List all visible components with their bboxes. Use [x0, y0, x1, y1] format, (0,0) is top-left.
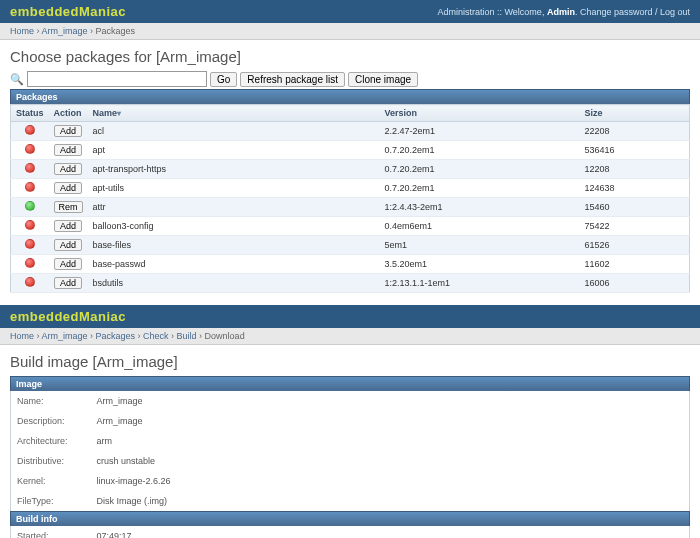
pkg-version: 0.4em6em1: [380, 217, 580, 236]
pkg-name: apt-transport-https: [88, 160, 380, 179]
table-row: Addballoon3-config0.4em6em175422: [11, 217, 690, 236]
add-button[interactable]: Add: [54, 163, 82, 175]
brand-2: embeddedManiac: [10, 309, 126, 324]
build-info-table: Started:07:49:17 Ended:07:49:35 File siz…: [10, 526, 690, 538]
col-size[interactable]: Size: [580, 105, 690, 122]
image-section-title: Image: [10, 376, 690, 391]
add-button[interactable]: Add: [54, 277, 82, 289]
pkg-size: 16006: [580, 274, 690, 293]
pkg-name: balloon3-config: [88, 217, 380, 236]
table-row: Remattr1:2.4.43-2em115460: [11, 198, 690, 217]
breadcrumb-2: Home › Arm_image › Packages › Check › Bu…: [0, 328, 700, 345]
go-button[interactable]: Go: [210, 72, 237, 87]
label-filetype: FileType:: [11, 491, 91, 512]
build-content: Build image [Arm_image] Image Name:Arm_i…: [0, 345, 700, 538]
value-started: 07:49:17: [91, 526, 690, 538]
pkg-size: 75422: [580, 217, 690, 236]
pkg-version: 2.2.47-2em1: [380, 122, 580, 141]
header-bar-2: embeddedManiac: [0, 305, 700, 328]
table-row: Addapt0.7.20.2em1536416: [11, 141, 690, 160]
value-name: Arm_image: [91, 391, 690, 411]
status-dot-icon: [25, 144, 35, 154]
value-arch: arm: [91, 431, 690, 451]
clone-button[interactable]: Clone image: [348, 72, 418, 87]
table-row: Addbase-passwd3.5.20em111602: [11, 255, 690, 274]
pkg-version: 3.5.20em1: [380, 255, 580, 274]
pkg-version: 0.7.20.2em1: [380, 179, 580, 198]
crumb-arm-image[interactable]: Arm_image: [42, 26, 88, 36]
crumb-home[interactable]: Home: [10, 26, 34, 36]
crumb2-home[interactable]: Home: [10, 331, 34, 341]
col-name-label: Name: [93, 108, 118, 118]
pkg-size: 11602: [580, 255, 690, 274]
add-button[interactable]: Add: [54, 258, 82, 270]
add-button[interactable]: Add: [54, 182, 82, 194]
pkg-name: base-passwd: [88, 255, 380, 274]
change-password-link[interactable]: Change password: [580, 7, 653, 17]
pkg-version: 1:2.4.43-2em1: [380, 198, 580, 217]
value-desc: Arm_image: [91, 411, 690, 431]
sort-icon: ▾: [117, 109, 121, 118]
col-name[interactable]: Name▾: [88, 105, 380, 122]
crumb2-arm-image[interactable]: Arm_image: [42, 331, 88, 341]
label-distro: Distributive:: [11, 451, 91, 471]
admin-prefix: Administration ::: [438, 7, 505, 17]
image-info-table: Name:Arm_image Description:Arm_image Arc…: [10, 391, 690, 512]
toolbar: 🔍 Go Refresh package list Clone image: [10, 71, 690, 87]
add-button[interactable]: Add: [54, 220, 82, 232]
brand: embeddedManiac: [10, 4, 126, 19]
admin-user: Admin: [547, 7, 575, 17]
pkg-name: attr: [88, 198, 380, 217]
status-dot-icon: [25, 220, 35, 230]
value-filetype: Disk Image (.img): [91, 491, 690, 512]
col-status[interactable]: Status: [11, 105, 49, 122]
crumb2-check[interactable]: Check: [143, 331, 169, 341]
packages-content: Choose packages for [Arm_image] 🔍 Go Ref…: [0, 40, 700, 305]
status-dot-icon: [25, 182, 35, 192]
pkg-size: 15460: [580, 198, 690, 217]
value-distro: crush unstable: [91, 451, 690, 471]
crumb2-build[interactable]: Build: [177, 331, 197, 341]
table-row: Addapt-utils0.7.20.2em1124638: [11, 179, 690, 198]
pkg-size: 12208: [580, 160, 690, 179]
table-row: Addbase-files5em161526: [11, 236, 690, 255]
table-row: Addacl2.2.47-2em122208: [11, 122, 690, 141]
breadcrumb: Home › Arm_image › Packages: [0, 23, 700, 40]
col-version[interactable]: Version: [380, 105, 580, 122]
pkg-version: 1:2.13.1.1-1em1: [380, 274, 580, 293]
table-row: Addbsdutils1:2.13.1.1-1em116006: [11, 274, 690, 293]
search-input[interactable]: [27, 71, 207, 87]
label-kernel: Kernel:: [11, 471, 91, 491]
pkg-version: 0.7.20.2em1: [380, 160, 580, 179]
refresh-button[interactable]: Refresh package list: [240, 72, 345, 87]
pkg-size: 124638: [580, 179, 690, 198]
search-icon: 🔍: [10, 73, 24, 86]
pkg-version: 5em1: [380, 236, 580, 255]
add-button[interactable]: Add: [54, 125, 82, 137]
table-row: Addapt-transport-https0.7.20.2em112208: [11, 160, 690, 179]
pkg-name: base-files: [88, 236, 380, 255]
pkg-name: apt: [88, 141, 380, 160]
add-button[interactable]: Add: [54, 239, 82, 251]
build-info-section-title: Build info: [10, 511, 690, 526]
packages-table: Status Action Name▾ Version Size Addacl2…: [10, 104, 690, 293]
pkg-version: 0.7.20.2em1: [380, 141, 580, 160]
crumb-packages: Packages: [96, 26, 136, 36]
add-button[interactable]: Add: [54, 144, 82, 156]
crumb2-packages[interactable]: Packages: [96, 331, 136, 341]
status-dot-icon: [25, 163, 35, 173]
pkg-name: apt-utils: [88, 179, 380, 198]
status-dot-icon: [25, 125, 35, 135]
build-title: Build image [Arm_image]: [10, 353, 690, 370]
header-bar: embeddedManiac Administration :: Welcome…: [0, 0, 700, 23]
pkg-size: 61526: [580, 236, 690, 255]
status-dot-icon: [25, 201, 35, 211]
pkg-name: acl: [88, 122, 380, 141]
packages-section-title: Packages: [10, 89, 690, 104]
pkg-size: 22208: [580, 122, 690, 141]
value-kernel: linux-image-2.6.26: [91, 471, 690, 491]
rem-button[interactable]: Rem: [54, 201, 83, 213]
col-action[interactable]: Action: [49, 105, 88, 122]
label-name: Name:: [11, 391, 91, 411]
logout-link[interactable]: Log out: [660, 7, 690, 17]
